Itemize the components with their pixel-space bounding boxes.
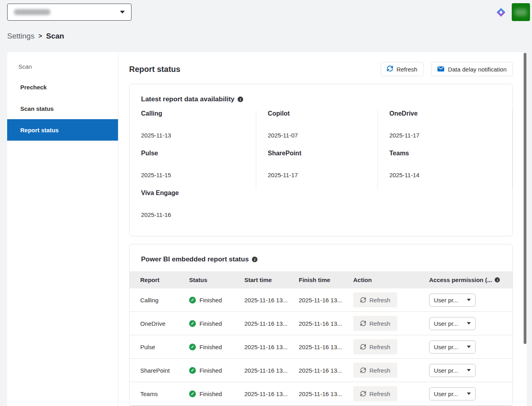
- availability-item-sharepoint: SharePoint 2025-11-17: [256, 150, 378, 189]
- user-avatar[interactable]: [512, 3, 530, 21]
- data-delay-button-label: Data delay notification: [448, 66, 507, 73]
- breadcrumb-separator-icon: >: [39, 33, 42, 40]
- row-refresh-button[interactable]: Refresh: [353, 292, 397, 307]
- finish-time: 2025-11-16 13...: [299, 391, 353, 397]
- workload-date: 2025-11-14: [389, 172, 512, 178]
- status-badge: Finished: [199, 320, 222, 327]
- row-refresh-label: Refresh: [369, 297, 391, 304]
- column-header-start-time: Start time: [244, 276, 299, 283]
- row-refresh-button[interactable]: Refresh: [353, 339, 397, 354]
- check-circle-icon: ✓: [189, 367, 196, 374]
- start-time: 2025-11-16 13...: [244, 367, 299, 374]
- status-badge: Finished: [199, 367, 222, 374]
- availability-item-calling: Calling 2025-11-13: [130, 110, 256, 150]
- workload-date: 2025-11-17: [268, 172, 377, 178]
- finish-time: 2025-11-16 13...: [299, 320, 353, 327]
- chevron-down-icon: [120, 11, 125, 14]
- report-status-table: Report Status Start time Finish time Act…: [130, 271, 513, 406]
- report-name: Teams: [140, 391, 189, 397]
- availability-item-onedrive: OneDrive 2025-11-17: [378, 110, 513, 150]
- tenant-selector-dropdown[interactable]: [7, 4, 132, 21]
- refresh-icon: [387, 66, 393, 73]
- check-circle-icon: ✓: [189, 297, 196, 304]
- workload-name: OneDrive: [389, 110, 512, 117]
- info-icon[interactable]: i: [252, 257, 257, 262]
- breadcrumb: Settings > Scan: [7, 32, 64, 41]
- availability-grid: Calling 2025-11-13 Copilot 2025-11-07 On…: [130, 110, 513, 236]
- sidebar-item-report-status[interactable]: Report status: [7, 119, 118, 141]
- report-name: Pulse: [140, 344, 189, 350]
- access-permission-dropdown[interactable]: User pr...: [429, 364, 476, 377]
- status-badge: Finished: [199, 297, 222, 304]
- chevron-down-icon: [467, 392, 471, 395]
- workload-name: SharePoint: [268, 150, 377, 157]
- workload-date: 2025-11-17: [389, 132, 512, 139]
- availability-card-title: Latest report data availability: [141, 95, 234, 103]
- table-row-onedrive: OneDrive ✓ Finished 2025-11-16 13... 202…: [130, 312, 513, 335]
- availability-item-pulse: Pulse 2025-11-15: [130, 150, 256, 189]
- status-badge: Finished: [199, 344, 222, 350]
- workload-date: 2025-11-07: [268, 132, 377, 139]
- check-circle-icon: ✓: [189, 320, 196, 327]
- permission-value: User pr...: [434, 391, 458, 397]
- status-badge: Finished: [199, 391, 222, 397]
- page-title: Report status: [129, 65, 180, 74]
- permission-value: User pr...: [434, 320, 458, 327]
- refresh-button[interactable]: Refresh: [381, 62, 424, 76]
- info-icon[interactable]: i: [495, 277, 500, 282]
- workload-name: Viva Engage: [141, 189, 256, 197]
- chevron-down-icon: [467, 322, 471, 325]
- table-header-row: Report Status Start time Finish time Act…: [130, 271, 513, 288]
- access-permission-dropdown[interactable]: User pr...: [429, 387, 476, 400]
- column-header-status: Status: [189, 276, 244, 283]
- powerbi-report-status-card: Power BI embedded report status i Report…: [129, 244, 513, 406]
- breadcrumb-settings[interactable]: Settings: [7, 32, 35, 41]
- vertical-scrollbar[interactable]: [524, 53, 526, 344]
- access-permission-dropdown[interactable]: User pr...: [429, 294, 476, 307]
- column-header-access-permission: Access permission (...: [429, 276, 492, 283]
- row-refresh-label: Refresh: [369, 344, 391, 350]
- row-refresh-button[interactable]: Refresh: [353, 386, 397, 401]
- workload-date: 2025-11-15: [141, 172, 256, 178]
- permission-value: User pr...: [434, 367, 458, 374]
- info-icon[interactable]: i: [238, 97, 243, 102]
- permission-value: User pr...: [434, 344, 458, 350]
- workload-date: 2025-11-16: [141, 211, 256, 218]
- avatar-initials-redacted: [515, 9, 527, 16]
- column-header-action: Action: [353, 276, 429, 283]
- workload-name: Teams: [389, 150, 512, 157]
- permission-value: User pr...: [434, 297, 458, 304]
- sidebar-item-precheck[interactable]: Precheck: [7, 76, 118, 98]
- start-time: 2025-11-16 13...: [244, 391, 299, 397]
- row-refresh-label: Refresh: [369, 320, 391, 327]
- mail-icon: [437, 66, 444, 73]
- chevron-down-icon: [467, 346, 471, 348]
- start-time: 2025-11-16 13...: [244, 297, 299, 304]
- sidebar-item-label: Precheck: [20, 84, 47, 91]
- sidebar-item-scan-status[interactable]: Scan status: [7, 98, 118, 119]
- sidebar-item-label: Scan status: [20, 105, 54, 112]
- start-time: 2025-11-16 13...: [244, 344, 299, 350]
- row-refresh-label: Refresh: [369, 391, 391, 397]
- access-permission-dropdown[interactable]: User pr...: [429, 317, 476, 330]
- report-name: OneDrive: [140, 320, 189, 327]
- finish-time: 2025-11-16 13...: [299, 297, 353, 304]
- check-circle-icon: ✓: [189, 391, 196, 397]
- content-panel: Scan Precheck Scan status Report status …: [7, 52, 527, 406]
- access-permission-dropdown[interactable]: User pr...: [429, 340, 476, 354]
- chevron-down-icon: [467, 299, 471, 301]
- data-delay-notification-button[interactable]: Data delay notification: [431, 62, 513, 76]
- column-header-finish-time: Finish time: [299, 276, 353, 283]
- workload-name: Copilot: [268, 110, 377, 117]
- workload-date: 2025-11-13: [141, 132, 256, 139]
- sidebar-item-label: Report status: [20, 127, 59, 133]
- breadcrumb-scan: Scan: [46, 32, 64, 41]
- viva-logo-icon[interactable]: [496, 8, 506, 17]
- main-content: Report status Refresh Data delay notific…: [118, 52, 527, 406]
- availability-item-copilot: Copilot 2025-11-07: [256, 110, 378, 150]
- row-refresh-button[interactable]: Refresh: [353, 316, 397, 331]
- row-refresh-label: Refresh: [369, 367, 391, 374]
- report-name: Calling: [140, 297, 189, 304]
- finish-time: 2025-11-16 13...: [299, 367, 353, 374]
- row-refresh-button[interactable]: Refresh: [353, 363, 397, 378]
